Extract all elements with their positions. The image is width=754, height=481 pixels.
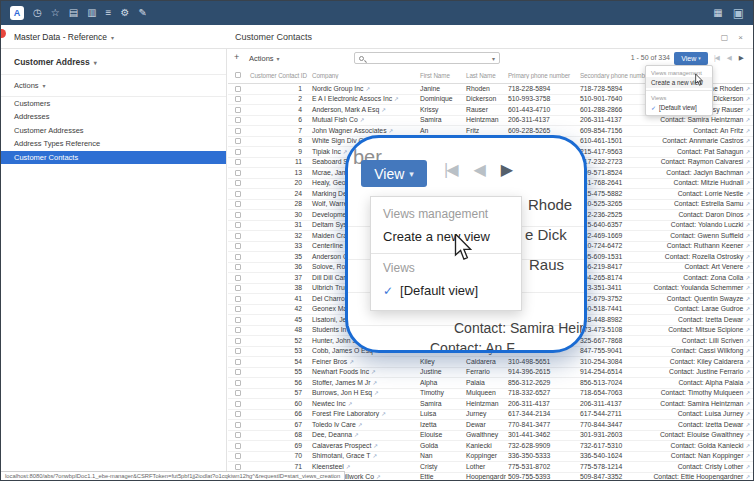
new-record-button[interactable]: + [234,52,239,62]
table-row[interactable]: 66Forest Fire Laboratory↗LuisaJurney617-… [228,410,753,421]
open-company-icon[interactable]: ↗ [374,388,379,398]
next-page-icon[interactable]: ▶ [739,55,743,62]
row-checkbox[interactable] [235,243,241,249]
row-checkbox[interactable] [235,432,241,438]
prev-page-icon[interactable]: ◀ [727,55,731,62]
open-contact-icon[interactable]: ↗ [745,168,750,178]
row-checkbox[interactable] [235,275,241,281]
open-company-icon[interactable]: ↗ [372,378,377,388]
open-contact-icon[interactable]: ↗ [745,189,750,199]
open-contact-icon[interactable]: ↗ [745,315,750,325]
history-icon[interactable]: ◷ [33,8,42,18]
app-menu-dropdown[interactable]: Master Data - Reference ▾ [14,25,114,49]
open-company-icon[interactable]: ↗ [348,399,353,409]
table-row[interactable]: 68Dee, Deanna↗ElouiseGwalthney301-441-34… [228,431,753,442]
row-checkbox[interactable] [235,296,241,302]
table-row[interactable]: 54Feiner Bros↗KileyCaldarera310-498-5651… [228,357,753,368]
view-button[interactable]: View ▾ [674,52,708,65]
open-contact-icon[interactable]: ↗ [745,252,750,262]
open-contact-icon[interactable]: ↗ [745,241,750,251]
open-contact-icon[interactable]: ↗ [745,115,750,125]
row-checkbox[interactable] [235,390,241,396]
open-company-icon[interactable]: ↗ [349,357,354,367]
profile-icon[interactable]: ▣ [733,7,744,19]
open-contact-icon[interactable]: ↗ [745,430,750,440]
table-row[interactable]: 70Shimotani, Grace T↗NanKoppinger336-350… [228,452,753,463]
document-icon[interactable]: ▤ [69,8,78,18]
row-checkbox[interactable] [235,254,241,260]
row-checkbox[interactable] [235,317,241,323]
table-row[interactable]: 57Burrows, Jon H Esq↗TimothyMulqueen718-… [228,389,753,400]
open-contact-icon[interactable]: ↗ [745,451,750,461]
row-checkbox[interactable] [235,464,241,470]
open-company-icon[interactable]: ↗ [365,84,370,94]
open-company-icon[interactable]: ↗ [376,472,381,480]
table-row[interactable]: 69Calaveras Prospect↗GoldaKaniecki732-62… [228,441,753,452]
tasks-icon[interactable]: ≡ [106,8,112,18]
chevron-down-icon[interactable]: ▾ [492,55,495,62]
row-checkbox[interactable] [235,380,241,386]
close-icon[interactable]: × [738,33,743,42]
open-contact-icon[interactable]: ↗ [745,346,750,356]
row-checkbox[interactable] [235,359,241,365]
row-checkbox[interactable] [235,96,241,102]
open-contact-icon[interactable]: ↗ [745,304,750,314]
open-contact-icon[interactable]: ↗ [745,399,750,409]
row-checkbox[interactable] [235,170,241,176]
open-contact-icon[interactable]: ↗ [745,378,750,388]
open-contact-icon[interactable]: ↗ [745,157,750,167]
open-company-icon[interactable]: ↗ [372,451,377,461]
row-checkbox[interactable] [235,369,241,375]
open-contact-icon[interactable]: ↗ [745,220,750,230]
apps-grid-icon[interactable]: ▦ [713,8,722,18]
open-contact-icon[interactable]: ↗ [745,409,750,419]
open-contact-icon[interactable]: ↗ [745,336,750,346]
open-company-icon[interactable]: ↗ [371,367,376,377]
column-header-select-all[interactable] [228,72,248,78]
open-contact-icon[interactable]: ↗ [745,126,750,136]
open-company-icon[interactable]: ↗ [360,115,365,125]
open-contact-icon[interactable]: ↗ [745,420,750,430]
table-row[interactable]: 55Newhart Foods Inc↗JustineFerrario914-3… [228,368,753,379]
open-contact-icon[interactable]: ↗ [745,210,750,220]
open-company-icon[interactable]: ↗ [373,441,378,451]
open-contact-icon[interactable]: ↗ [745,325,750,335]
row-checkbox[interactable] [235,149,241,155]
open-contact-icon[interactable]: ↗ [745,231,750,241]
row-checkbox[interactable] [235,422,241,428]
row-checkbox[interactable] [235,159,241,165]
row-checkbox[interactable] [235,401,241,407]
open-contact-icon[interactable]: ↗ [745,388,750,398]
row-checkbox[interactable] [235,180,241,186]
column-header-first-name[interactable]: First Name [418,72,464,79]
row-checkbox[interactable] [235,348,241,354]
open-contact-icon[interactable]: ↗ [745,105,750,115]
row-checkbox[interactable] [235,191,241,197]
sidebar-item-customers[interactable]: Customers [1,97,226,110]
open-company-icon[interactable]: ↗ [354,430,359,440]
open-contact-icon[interactable]: ↗ [745,283,750,293]
row-checkbox[interactable] [235,117,241,123]
open-contact-icon[interactable]: ↗ [745,262,750,272]
row-checkbox[interactable] [235,453,241,459]
sidebar-item-customer-contacts[interactable]: Customer Contacts [1,151,226,164]
open-contact-icon[interactable]: ↗ [745,178,750,188]
open-company-icon[interactable]: ↗ [358,420,363,430]
column-header-company[interactable]: Company [310,72,418,79]
open-contact-icon[interactable]: ↗ [745,472,750,480]
column-header-primary-phone[interactable]: Primary phone number [506,72,578,79]
row-checkbox[interactable] [235,222,241,228]
row-checkbox[interactable] [235,411,241,417]
open-company-icon[interactable]: ↗ [381,105,386,115]
open-contact-icon[interactable]: ↗ [745,367,750,377]
row-checkbox[interactable] [235,264,241,270]
first-page-icon[interactable]: |◀ [714,55,719,62]
gear-icon[interactable]: ⚙ [120,8,129,18]
row-checkbox[interactable] [235,306,241,312]
row-checkbox[interactable] [235,233,241,239]
open-company-icon[interactable]: ↗ [381,409,386,419]
search-input[interactable] [368,55,488,62]
star-icon[interactable]: ☆ [51,8,60,18]
row-checkbox[interactable] [235,138,241,144]
app-logo[interactable]: A [10,6,24,20]
